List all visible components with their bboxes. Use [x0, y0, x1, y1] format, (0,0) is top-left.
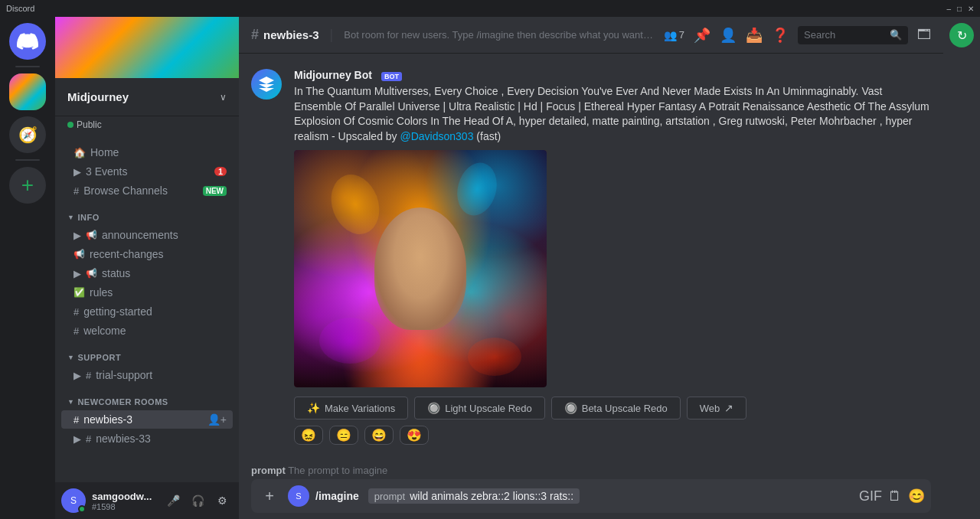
slash-param-label: prompt — [374, 491, 405, 502]
members-icon[interactable]: 👥 7 — [664, 29, 684, 41]
maximize-btn[interactable]: □ — [957, 5, 962, 13]
search-input[interactable] — [804, 29, 887, 41]
sidebar-item-announcements[interactable]: ▶ 📢 announcements — [61, 226, 233, 244]
sidebar-item-getting-started[interactable]: # getting-started — [61, 302, 233, 321]
make-variations-btn[interactable]: ✨ Make Variations — [294, 397, 408, 419]
newbies33-label: newbies-33 — [96, 432, 227, 445]
light-upscale-icon: 🔘 — [427, 402, 440, 414]
channel-sidebar: Midjourney ∨ Public 🏠 Home ▶ 3 Events 1 … — [55, 17, 239, 519]
sidebar-item-status[interactable]: ▶ 📢 status — [61, 264, 233, 282]
home-label: Home — [90, 146, 227, 158]
midjourney-server-icon[interactable] — [9, 73, 46, 110]
category-newcomer[interactable]: ▼ NEWCOMER ROOMS — [55, 385, 239, 410]
sidebar-item-welcome[interactable]: # welcome — [61, 322, 233, 340]
sticker-icon[interactable]: 🗒 — [888, 488, 902, 504]
sidebar-item-recent-changes[interactable]: 📢 recent-changes — [61, 245, 233, 263]
header-divider: | — [330, 27, 334, 43]
newbies3-icon: # — [74, 414, 79, 426]
sidebar-item-newbies-3[interactable]: # newbies-3 👤+ — [61, 410, 233, 429]
browse-label: Browse Channels — [83, 184, 198, 197]
events-label: 3 Events — [86, 165, 210, 178]
beta-upscale-redo-btn[interactable]: 🔘 Beta Upscale Redo — [551, 397, 681, 419]
status-icon: 📢 — [86, 268, 97, 279]
light-upscale-redo-btn[interactable]: 🔘 Light Upscale Redo — [414, 397, 544, 419]
avatar-initials: S — [70, 495, 77, 506]
light-upscale-label: Light Upscale Redo — [445, 403, 531, 414]
gif-icon[interactable]: GIF — [859, 488, 882, 504]
status-arrow: ▶ — [74, 268, 81, 279]
server-header-arrow: ∨ — [220, 92, 227, 103]
upscale-text: - Upscaled by — [332, 130, 400, 142]
trial-arrow: ▶ — [74, 370, 81, 381]
beta-upscale-icon: 🔘 — [564, 402, 577, 414]
prompt-hint: prompt The prompt to imagine — [251, 462, 931, 479]
add-server-btn[interactable]: + — [9, 167, 46, 204]
user-panel: S samgoodw... #1598 🎤 🎧 ⚙ — [55, 482, 239, 519]
search-box[interactable]: 🔍 — [798, 26, 908, 44]
home-icon: 🏠 — [74, 147, 86, 158]
server-divider-2 — [15, 159, 40, 161]
reaction-neutral[interactable]: 😑 — [329, 426, 358, 445]
getting-started-icon: # — [74, 306, 79, 318]
reaction-heart[interactable]: 😍 — [400, 426, 429, 445]
server-header[interactable]: Midjourney ∨ — [55, 78, 239, 116]
user-controls: 🎤 🎧 ⚙ — [162, 490, 233, 511]
help-icon[interactable]: ❓ — [772, 27, 789, 44]
mute-btn[interactable]: 🎤 — [162, 490, 184, 511]
sidebar-item-rules[interactable]: ✅ rules — [61, 283, 233, 302]
browse-icon: # — [74, 185, 79, 197]
message-author: Midjourney Bot — [294, 69, 372, 81]
announcements-icon: 📢 — [86, 230, 97, 240]
discord-home-icon[interactable] — [9, 23, 46, 60]
sidebar-item-trial-support[interactable]: ▶ # trial-support — [61, 366, 233, 384]
settings-btn[interactable]: ⚙ — [211, 490, 233, 511]
close-btn[interactable]: ✕ — [968, 5, 974, 13]
category-info[interactable]: ▼ INFO — [55, 201, 239, 225]
announcements-arrow: ▶ — [74, 230, 81, 241]
channel-header: # newbies-3 | Bot room for new users. Ty… — [239, 17, 943, 54]
sidebar-item-events[interactable]: ▶ 3 Events 1 — [61, 162, 233, 181]
refresh-icon[interactable]: ↻ — [949, 23, 974, 47]
prompt-area: prompt The prompt to imagine + S /imagin… — [239, 462, 943, 519]
search-icon: 🔍 — [890, 29, 902, 41]
status-dot — [67, 122, 74, 128]
slash-command: /imagine — [315, 490, 359, 502]
message-header: Midjourney Bot BOT — [294, 69, 931, 81]
server-banner — [55, 17, 239, 78]
painting-background — [294, 150, 547, 387]
inbox-icon[interactable]: 📥 — [746, 27, 763, 44]
reaction-happy[interactable]: 😄 — [364, 426, 394, 445]
category-support-label: SUPPORT — [77, 353, 121, 362]
chat-plus-btn[interactable]: + — [257, 484, 282, 508]
minimize-btn[interactable]: – — [946, 5, 951, 13]
heart-emoji: 😍 — [407, 428, 422, 442]
events-badge: 1 — [214, 167, 227, 176]
emoji-picker-icon[interactable]: 😊 — [908, 488, 925, 504]
chat-input-wrapper: + S /imagine prompt wild animals zebra::… — [251, 479, 931, 513]
prompt-hint-label: prompt — [251, 465, 286, 476]
upscale-user[interactable]: @Davidson303 — [400, 130, 474, 142]
sidebar-item-browse[interactable]: # Browse Channels NEW — [61, 181, 233, 200]
compass-icon[interactable]: 🧭 — [9, 116, 46, 153]
app-container: 🧭 + Midjourney ∨ Public 🏠 Home ▶ 3 Event… — [0, 17, 980, 519]
threads-icon[interactable]: 🗔 — [917, 27, 931, 43]
rules-icon: ✅ — [74, 287, 85, 298]
sidebar-item-home[interactable]: 🏠 Home — [61, 143, 233, 162]
ai-generated-image — [294, 150, 547, 387]
messages-area: Midjourney Bot BOT In The Quantum Multiv… — [239, 54, 943, 462]
reaction-sad[interactable]: 😖 — [294, 426, 323, 445]
category-support[interactable]: ▼ SUPPORT — [55, 341, 239, 365]
online-status-dot — [78, 505, 86, 513]
pin-icon[interactable]: 📌 — [694, 27, 710, 44]
deafen-btn[interactable]: 🎧 — [187, 490, 208, 511]
channel-list: 🏠 Home ▶ 3 Events 1 # Browse Channels NE… — [55, 136, 239, 482]
add-member-header-icon[interactable]: 👤 — [720, 27, 737, 44]
category-arrow-info: ▼ — [67, 214, 74, 221]
beta-upscale-label: Beta Upscale Redo — [582, 403, 668, 414]
slash-input-box[interactable]: prompt wild animals zebra::2 lions::3 ra… — [368, 488, 580, 504]
web-btn[interactable]: Web ↗ — [687, 397, 747, 419]
server-name: Midjourney — [67, 90, 129, 103]
external-link-icon: ↗ — [724, 402, 733, 414]
sidebar-item-newbies-33[interactable]: ▶ # newbies-33 — [61, 429, 233, 448]
right-panel: ↻ — [943, 17, 980, 519]
